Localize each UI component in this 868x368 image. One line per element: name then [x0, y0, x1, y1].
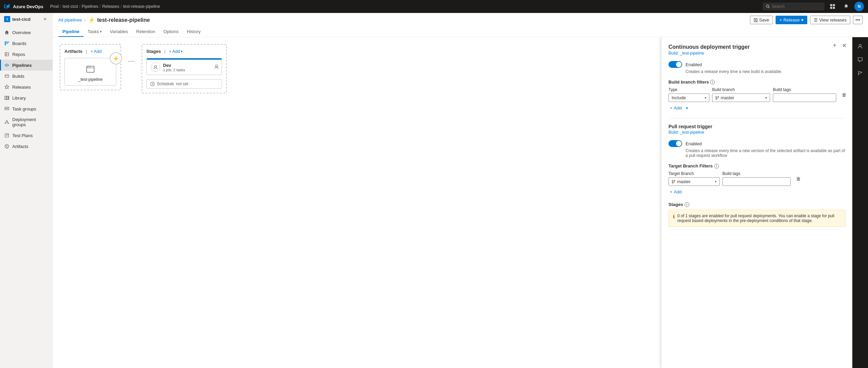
build-tags-input[interactable]: [773, 93, 836, 102]
header-actions: Save + Release ▾ ☰ View releases •••: [750, 16, 863, 24]
schedule-card[interactable]: Schedule not set: [146, 79, 222, 89]
panel-close-btn[interactable]: ✕: [840, 41, 848, 49]
svg-rect-21: [8, 96, 9, 100]
chat-icon: [857, 57, 863, 62]
svg-rect-4: [830, 7, 832, 9]
svg-point-0: [766, 5, 769, 8]
add-target-filter-btn[interactable]: + Add: [668, 189, 683, 195]
panel-title: Continuous deployment trigger: [668, 44, 845, 50]
sidebar-item-test-plans[interactable]: Test Plans: [0, 130, 53, 141]
user-avatar[interactable]: N: [854, 2, 864, 11]
sub-header: All pipelines › ⚡ test-release-pipeline …: [53, 13, 868, 37]
add-artifact-btn[interactable]: + Add: [90, 49, 102, 54]
pipeline-name: ⚡ test-release-pipeline: [88, 17, 150, 23]
enabled-toggle[interactable]: [668, 61, 682, 68]
top-bar-right: N: [763, 1, 864, 12]
right-icon-2[interactable]: [854, 54, 866, 66]
type-select[interactable]: Include ▾: [668, 93, 709, 102]
sidebar-item-builds[interactable]: Builds: [0, 71, 53, 82]
connection-line: [128, 61, 135, 62]
project-name[interactable]: t test-cicd: [4, 16, 30, 22]
artifact-card: ⚡ _test-pipeline: [64, 58, 116, 86]
add-project-btn[interactable]: +: [42, 16, 48, 23]
right-icon-1[interactable]: [854, 40, 866, 52]
pre-deploy-conditions-icon[interactable]: [151, 62, 160, 72]
enabled-desc: Creates a release every time a new build…: [686, 69, 845, 74]
svg-rect-2: [830, 4, 832, 6]
sidebar-item-task-groups[interactable]: Task groups: [0, 103, 53, 114]
breadcrumb-project[interactable]: test-cicd: [63, 4, 78, 9]
right-side-icons: [852, 37, 868, 368]
library-icon: [4, 95, 10, 101]
sidebar-item-boards[interactable]: Boards: [0, 38, 53, 49]
release-button[interactable]: + Release ▾: [776, 16, 807, 24]
panel-subtitle[interactable]: Build: _test-pipeline: [668, 51, 845, 56]
tab-variables[interactable]: Variables: [106, 27, 132, 37]
target-branch-icon: [672, 180, 676, 184]
bell-icon-btn[interactable]: [841, 1, 852, 12]
svg-point-46: [674, 180, 675, 181]
all-pipelines-link[interactable]: All pipelines: [58, 17, 82, 23]
svg-line-27: [5, 122, 7, 123]
right-icon-3[interactable]: [854, 67, 866, 79]
stages-info-box: ℹ 0 of 1 stages are enabled for pull req…: [668, 210, 845, 227]
artifact-trigger-icon[interactable]: ⚡: [110, 52, 122, 64]
boards-icon: [4, 41, 10, 46]
pipeline-breadcrumb: All pipelines ›: [58, 17, 86, 23]
delete-filter-btn[interactable]: 🗑: [840, 91, 848, 99]
more-actions-button[interactable]: •••: [853, 16, 863, 24]
main-layout: t test-cicd + Overview Boards: [0, 13, 868, 368]
content-area: All pipelines › ⚡ test-release-pipeline …: [53, 13, 868, 368]
svg-rect-23: [5, 109, 9, 110]
releases-icon: [4, 84, 10, 90]
svg-rect-20: [6, 96, 8, 100]
sidebar-item-library[interactable]: Library: [0, 92, 53, 103]
sidebar-item-overview[interactable]: Overview: [0, 27, 53, 38]
artifact-type-icon: [86, 64, 95, 74]
breadcrumb-releases[interactable]: Releases: [102, 4, 119, 9]
sidebar-item-releases[interactable]: Releases: [0, 82, 53, 92]
add-target-filter-row: + Add: [668, 189, 845, 195]
type-col: Type Include ▾: [668, 87, 709, 102]
sidebar-item-artifacts[interactable]: Artifacts: [0, 141, 53, 152]
view-releases-button[interactable]: ☰ View releases: [810, 16, 851, 24]
stages-info[interactable]: i: [685, 202, 689, 207]
svg-point-48: [859, 44, 861, 46]
sidebar-item-repos[interactable]: Repos: [0, 49, 53, 60]
sidebar-item-deployment-groups[interactable]: Deployment groups: [0, 114, 53, 130]
tab-history[interactable]: History: [183, 27, 205, 37]
breadcrumb-pipeline-name[interactable]: test-release-pipeline: [123, 4, 160, 9]
breadcrumb-pipelines[interactable]: Pipelines: [82, 4, 99, 9]
build-branch-filters-info[interactable]: i: [710, 80, 715, 85]
pr-trigger-subtitle[interactable]: Build: _test-pipeline: [668, 130, 845, 135]
pipeline-container: Artifacts | + Add ⚡: [60, 44, 654, 93]
tab-retention[interactable]: Retention: [132, 27, 159, 37]
target-build-tags-input[interactable]: [722, 177, 791, 186]
pipeline-type-icon: ⚡: [88, 17, 95, 23]
save-button[interactable]: Save: [750, 16, 773, 24]
pr-enabled-toggle[interactable]: [668, 140, 682, 147]
stages-section: Stages | + Add ▾: [142, 44, 227, 93]
build-branch-select[interactable]: master ▾: [712, 93, 770, 102]
top-bar: Azure DevOps Prod / test-cicd / Pipeline…: [0, 0, 868, 13]
search-box[interactable]: [763, 3, 824, 10]
target-branch-select[interactable]: master ▾: [668, 177, 720, 186]
delete-target-filter-btn[interactable]: 🗑: [795, 175, 802, 183]
target-branch-filters-info[interactable]: i: [714, 164, 719, 168]
add-filter-chev[interactable]: ▾: [685, 105, 689, 111]
add-filter-btn[interactable]: + Add: [668, 105, 683, 111]
sidebar-item-pipelines[interactable]: Pipelines: [0, 60, 53, 71]
tab-tasks[interactable]: Tasks ▾: [84, 27, 106, 37]
build-branch-filters-label: Build branch filters i: [668, 79, 845, 85]
svg-rect-5: [833, 7, 835, 9]
post-deploy-conditions-icon[interactable]: [214, 64, 219, 70]
tab-pipeline[interactable]: Pipeline: [58, 27, 84, 37]
add-stage-btn[interactable]: + Add ▾: [169, 49, 182, 54]
tab-options[interactable]: Options: [159, 27, 183, 37]
search-input[interactable]: [772, 4, 821, 9]
grid-icon-btn[interactable]: [827, 1, 838, 12]
canvas-panel-row: Artifacts | + Add ⚡: [53, 37, 868, 368]
panel-add-btn[interactable]: +: [830, 41, 839, 49]
brand[interactable]: Azure DevOps: [4, 3, 43, 10]
breadcrumb-prod[interactable]: Prod: [50, 4, 59, 9]
